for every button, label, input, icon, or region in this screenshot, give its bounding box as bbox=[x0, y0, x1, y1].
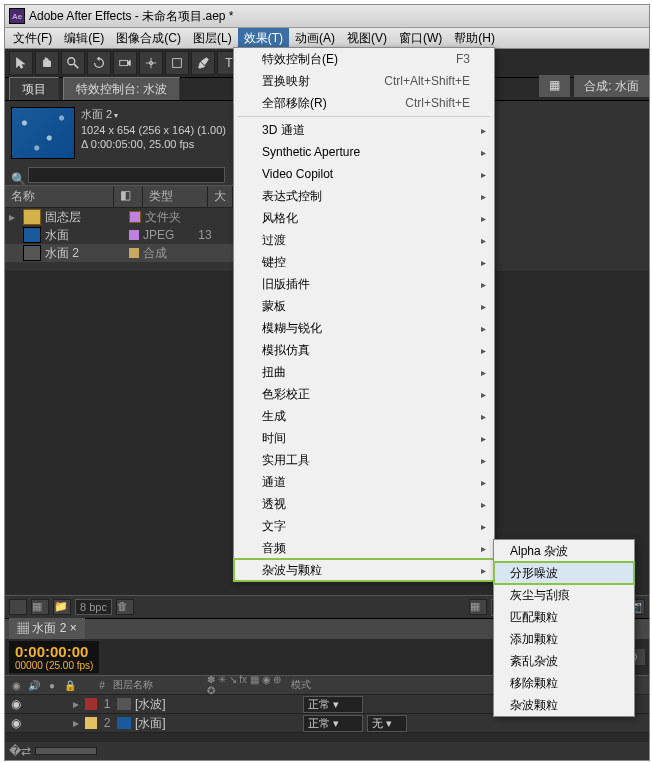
smi-fractal-noise[interactable]: 分形噪波 bbox=[494, 562, 634, 584]
svg-rect-2 bbox=[120, 60, 128, 65]
col-tag[interactable]: ◧ bbox=[114, 186, 143, 207]
menubar: 文件(F) 编辑(E) 图像合成(C) 图层(L) 效果(T) 动画(A) 视图… bbox=[5, 28, 649, 49]
bpc-chip[interactable]: 8 bpc bbox=[75, 599, 112, 615]
smi-match-grain[interactable]: 匹配颗粒 bbox=[494, 606, 634, 628]
tool-shape[interactable] bbox=[165, 51, 189, 75]
new-folder-icon[interactable]: 📁 bbox=[53, 599, 71, 615]
jpeg-icon bbox=[23, 227, 41, 243]
menu-help[interactable]: 帮助(H) bbox=[448, 28, 501, 48]
mi-utility[interactable]: 实用工具 bbox=[234, 449, 494, 471]
smi-turbulent-noise[interactable]: 紊乱杂波 bbox=[494, 650, 634, 672]
th-mode[interactable]: 模式 bbox=[291, 678, 341, 692]
project-row-jpeg[interactable]: 水面 JPEG 13 bbox=[5, 226, 233, 244]
mi-channel[interactable]: 通道 bbox=[234, 471, 494, 493]
svg-point-0 bbox=[68, 58, 75, 65]
smi-remove-grain[interactable]: 移除颗粒 bbox=[494, 672, 634, 694]
current-time[interactable]: 0:00:00:00 00000 (25.00 fps) bbox=[9, 641, 99, 673]
th-layer-name[interactable]: 图层名称 bbox=[113, 678, 203, 692]
mi-generate[interactable]: 生成 bbox=[234, 405, 494, 427]
smi-dust-scratches[interactable]: 灰尘与刮痕 bbox=[494, 584, 634, 606]
mi-obsolete[interactable]: 旧版插件 bbox=[234, 273, 494, 295]
menu-composition[interactable]: 图像合成(C) bbox=[110, 28, 187, 48]
tl-zoom-slider[interactable] bbox=[35, 747, 97, 755]
th-eye-icon[interactable]: ◉ bbox=[9, 680, 23, 691]
blend-mode-select[interactable]: 正常 ▾ bbox=[303, 696, 363, 713]
mi-text[interactable]: 文字 bbox=[234, 515, 494, 537]
layer-color-swatch[interactable] bbox=[85, 698, 97, 710]
footage-icon bbox=[117, 717, 131, 729]
mi-audio[interactable]: 音频 bbox=[234, 537, 494, 559]
mi-transition[interactable]: 过渡 bbox=[234, 229, 494, 251]
mi-displacement-map[interactable]: 置换映射Ctrl+Alt+Shift+E bbox=[234, 70, 494, 92]
mi-3d-channel[interactable]: 3D 通道 bbox=[234, 119, 494, 141]
menu-effect[interactable]: 效果(T) bbox=[238, 28, 289, 48]
mi-simulation[interactable]: 模拟仿真 bbox=[234, 339, 494, 361]
comp-thumbnail[interactable] bbox=[11, 107, 75, 159]
menu-layer[interactable]: 图层(L) bbox=[187, 28, 238, 48]
svg-line-1 bbox=[74, 64, 78, 68]
tl-toggle-switches-icon[interactable]: �⇄ bbox=[9, 744, 31, 758]
comp-dimensions: 1024 x 654 (256 x 164) (1.00) bbox=[81, 124, 226, 136]
project-search-input[interactable] bbox=[28, 167, 224, 183]
mi-blur-sharpen[interactable]: 模糊与锐化 bbox=[234, 317, 494, 339]
track-matte-select[interactable]: 无 ▾ bbox=[367, 715, 407, 732]
new-comp-icon[interactable]: ▦ bbox=[31, 599, 49, 615]
mi-matte[interactable]: 蒙板 bbox=[234, 295, 494, 317]
mi-effect-controls[interactable]: 特效控制台(E)F3 bbox=[234, 48, 494, 70]
mi-keying[interactable]: 键控 bbox=[234, 251, 494, 273]
mi-video-copilot[interactable]: Video Copilot bbox=[234, 163, 494, 185]
col-name[interactable]: 名称 bbox=[5, 186, 114, 207]
window-title: Adobe After Effects - 未命名项目.aep * bbox=[29, 8, 645, 25]
tab-composition[interactable]: 合成: 水面 bbox=[574, 75, 649, 97]
tool-zoom[interactable] bbox=[61, 51, 85, 75]
tab-effect-controls[interactable]: 特效控制台: 水波 bbox=[63, 77, 180, 100]
interpret-footage-icon[interactable] bbox=[9, 599, 27, 615]
col-type[interactable]: 类型 bbox=[143, 186, 208, 207]
mi-noise-grain[interactable]: 杂波与颗粒 bbox=[234, 559, 494, 581]
timeline-tab[interactable]: ▦ 水面 2 × bbox=[9, 618, 85, 640]
smi-noise-grain[interactable]: 杂波颗粒 bbox=[494, 694, 634, 716]
tool-camera[interactable] bbox=[113, 51, 137, 75]
project-search-row: 🔍 bbox=[11, 167, 227, 183]
tab-project[interactable]: 项目 bbox=[9, 77, 59, 100]
th-solo-icon[interactable]: ● bbox=[45, 680, 59, 691]
mi-perspective[interactable]: 透视 bbox=[234, 493, 494, 515]
solid-icon bbox=[117, 698, 131, 710]
mi-color-correction[interactable]: 色彩校正 bbox=[234, 383, 494, 405]
menu-view[interactable]: 视图(V) bbox=[341, 28, 393, 48]
mi-expression-controls[interactable]: 表达式控制 bbox=[234, 185, 494, 207]
menu-window[interactable]: 窗口(W) bbox=[393, 28, 448, 48]
used-by-dropdown[interactable] bbox=[112, 108, 118, 120]
mi-stylize[interactable]: 风格化 bbox=[234, 207, 494, 229]
tab-swatches-icon[interactable]: ▦ bbox=[539, 75, 570, 97]
noise-grain-submenu: Alpha 杂波 分形噪波 灰尘与刮痕 匹配颗粒 添加颗粒 紊乱杂波 移除颗粒 … bbox=[493, 539, 635, 717]
menu-file[interactable]: 文件(F) bbox=[7, 28, 58, 48]
menu-edit[interactable]: 编辑(E) bbox=[58, 28, 110, 48]
tool-pen[interactable] bbox=[191, 51, 215, 75]
tool-anchor[interactable] bbox=[139, 51, 163, 75]
trash-icon[interactable]: 🗑 bbox=[116, 599, 134, 615]
smi-add-grain[interactable]: 添加颗粒 bbox=[494, 628, 634, 650]
layer-visibility-icon[interactable]: ◉ bbox=[9, 716, 23, 730]
th-lock-icon[interactable]: 🔒 bbox=[63, 680, 77, 691]
comp-icon bbox=[23, 245, 41, 261]
tool-hand[interactable] bbox=[35, 51, 59, 75]
smi-alpha-noise[interactable]: Alpha 杂波 bbox=[494, 540, 634, 562]
comp-name: 水面 2 bbox=[81, 108, 112, 120]
project-row-comp[interactable]: 水面 2 合成 bbox=[5, 244, 233, 262]
menu-animation[interactable]: 动画(A) bbox=[289, 28, 341, 48]
toggle-alpha-icon[interactable]: ▦ bbox=[469, 599, 487, 615]
mi-remove-all[interactable]: 全部移除(R)Ctrl+Shift+E bbox=[234, 92, 494, 114]
layer-visibility-icon[interactable]: ◉ bbox=[9, 697, 23, 711]
col-size[interactable]: 大 bbox=[208, 186, 233, 207]
mi-distort[interactable]: 扭曲 bbox=[234, 361, 494, 383]
layer-color-swatch[interactable] bbox=[85, 717, 97, 729]
blend-mode-select[interactable]: 正常 ▾ bbox=[303, 715, 363, 732]
folder-icon bbox=[23, 209, 41, 225]
mi-time[interactable]: 时间 bbox=[234, 427, 494, 449]
tool-selection[interactable] bbox=[9, 51, 33, 75]
th-audio-icon[interactable]: 🔊 bbox=[27, 680, 41, 691]
tool-rotate[interactable] bbox=[87, 51, 111, 75]
project-row-folder[interactable]: ▸ 固态层 文件夹 bbox=[5, 208, 233, 226]
mi-synthetic-aperture[interactable]: Synthetic Aperture bbox=[234, 141, 494, 163]
